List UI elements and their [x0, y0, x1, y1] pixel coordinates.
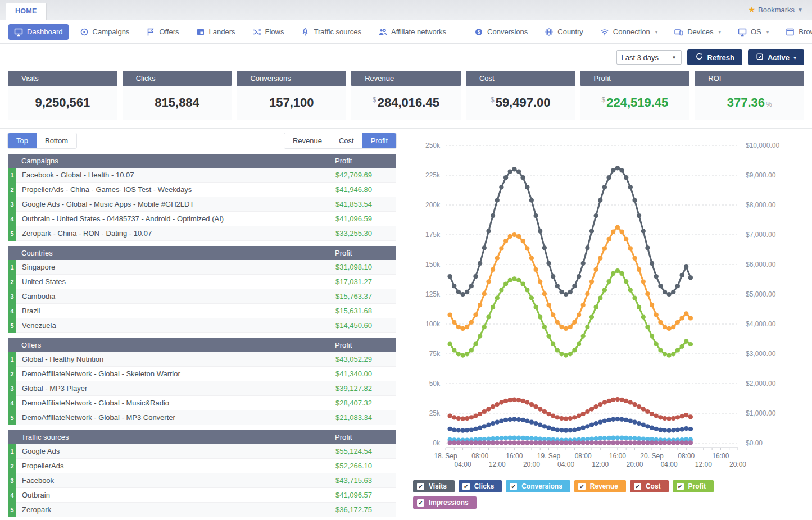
row-name[interactable]: Global - Healthy Nutrition: [16, 352, 328, 367]
table-row[interactable]: 1Google Ads$55,124.54: [8, 444, 396, 459]
nav-os[interactable]: OS ▾: [732, 24, 774, 40]
row-name[interactable]: PropellerAds - China - Games- iOS Test -…: [16, 183, 328, 197]
row-name[interactable]: Zeropark: [16, 503, 328, 517]
legend-impressions[interactable]: ✔Impressions: [413, 496, 477, 509]
profit-column-header: Profit: [328, 157, 396, 165]
nav-conversions[interactable]: $ Conversions: [469, 24, 533, 40]
svg-text:16:00: 16:00: [506, 452, 523, 460]
legend-profit[interactable]: ✔Profit: [673, 480, 714, 492]
row-profit: $21,083.34: [328, 410, 396, 425]
tab-home[interactable]: HOME: [6, 3, 47, 20]
bookmarks-menu[interactable]: ★ Bookmarks ▼: [749, 5, 804, 14]
legend-revenue[interactable]: ✔Revenue: [574, 480, 626, 492]
table-row[interactable]: 1Singapore$31,098.10: [8, 260, 396, 275]
percent-suffix: %: [766, 101, 772, 108]
nav-campaigns[interactable]: Campaigns: [74, 24, 135, 40]
svg-text:225k: 225k: [425, 171, 441, 179]
nav-dashboard[interactable]: Dashboard: [8, 24, 69, 40]
nav-label: Flows: [265, 28, 284, 36]
table-row[interactable]: 5Zeropark$36,172.75: [8, 503, 396, 517]
svg-text:$8,000.00: $8,000.00: [746, 201, 776, 209]
row-name[interactable]: Singapore: [16, 260, 328, 275]
row-name[interactable]: Outbrain - United States - 04485737 - An…: [16, 212, 328, 226]
row-name[interactable]: Google Ads: [16, 444, 328, 459]
svg-text:$7,000.00: $7,000.00: [746, 231, 776, 239]
table-row[interactable]: 3Global - MP3 Player$39,127.82: [8, 381, 396, 396]
nav-connection[interactable]: Connection ▾: [595, 24, 663, 40]
row-name[interactable]: Cambodia: [16, 289, 328, 304]
legend-clicks[interactable]: ✔Clicks: [459, 480, 502, 492]
stat-label: Cost: [466, 71, 575, 86]
row-name[interactable]: Global - MP3 Player: [16, 381, 328, 396]
table-row[interactable]: 2DemoAffiliateNetwork - Global - Skeleto…: [8, 367, 396, 381]
table-row[interactable]: 5DemoAffiliateNetwork - Global - MP3 Con…: [8, 410, 396, 425]
table-row[interactable]: 5Venezuela$14,450.60: [8, 318, 396, 333]
profit-button[interactable]: Profit: [362, 133, 396, 148]
row-profit: $41,096.59: [328, 212, 396, 226]
refresh-button[interactable]: Refresh: [687, 49, 742, 65]
row-name[interactable]: DemoAffiliateNetwork - Global - Skeleton…: [16, 367, 328, 381]
row-name[interactable]: Zeropark - China - RON - Dating - 10.07: [16, 226, 328, 241]
table-row[interactable]: 3Cambodia$15,763.37: [8, 289, 396, 304]
row-name[interactable]: Google Ads - Global - Music Apps - Mobil…: [16, 197, 328, 212]
legend-cost[interactable]: ✔Cost: [630, 480, 669, 492]
chevron-down-icon: ▾: [718, 29, 721, 35]
checkbox-icon: ✔: [417, 499, 424, 507]
row-name[interactable]: DemoAffiliateNetwork - Global - Music&Ra…: [16, 396, 328, 410]
table-row[interactable]: 4DemoAffiliateNetwork - Global - Music&R…: [8, 396, 396, 410]
cost-button[interactable]: Cost: [330, 133, 362, 148]
active-filter-button[interactable]: Active ▾: [748, 49, 804, 65]
rank-badge: 1: [8, 168, 16, 183]
bottom-button[interactable]: Bottom: [37, 133, 76, 148]
row-name[interactable]: Outbrain: [16, 488, 328, 503]
checkbox-icon: ✔: [578, 483, 586, 490]
nav-label: Traffic sources: [314, 28, 361, 36]
legend-conversions[interactable]: ✔Conversions: [506, 480, 570, 492]
row-name[interactable]: PropellerAds: [16, 459, 328, 473]
row-name[interactable]: Venezuela: [16, 318, 328, 333]
nav-landers[interactable]: Landers: [190, 24, 241, 40]
svg-text:$2,000.00: $2,000.00: [746, 380, 776, 387]
nav-devices[interactable]: Devices ▾: [669, 24, 727, 40]
table-row[interactable]: 2PropellerAds - China - Games- iOS Test …: [8, 183, 396, 197]
top-button[interactable]: Top: [8, 133, 37, 148]
table-row[interactable]: 5Zeropark - China - RON - Dating - 10.07…: [8, 226, 396, 241]
checkbox-icon: [756, 53, 764, 62]
table-row[interactable]: 4Brazil$15,631.68: [8, 304, 396, 318]
svg-text:04:00: 04:00: [455, 460, 471, 468]
stat-card-roi: ROI 377.36%: [695, 71, 804, 120]
row-name[interactable]: Facebook: [16, 473, 328, 488]
row-name[interactable]: Facebook - Global - Health - 10.07: [16, 168, 328, 183]
nav-flows[interactable]: Flows: [247, 24, 290, 40]
row-name[interactable]: United States: [16, 275, 328, 289]
date-range-select[interactable]: Last 3 days ▼: [616, 50, 682, 65]
row-name[interactable]: DemoAffiliateNetwork - Global - MP3 Conv…: [16, 410, 328, 425]
nav-affiliate-networks[interactable]: Affiliate networks: [373, 24, 452, 40]
table-row[interactable]: 3Google Ads - Global - Music Apps - Mobi…: [8, 197, 396, 212]
nav-traffic-sources[interactable]: Traffic sources: [295, 24, 367, 40]
svg-text:75k: 75k: [429, 350, 441, 358]
stat-label: ROI: [695, 71, 804, 86]
legend-label: Revenue: [590, 482, 618, 490]
nav-country[interactable]: Country: [539, 24, 589, 40]
users-icon: [378, 28, 387, 37]
rank-badge: 2: [8, 275, 16, 289]
nav-browsers[interactable]: Browsers ▾: [780, 24, 812, 40]
svg-text:50k: 50k: [429, 380, 441, 387]
table-row[interactable]: 4Outbrain - United States - 04485737 - A…: [8, 212, 396, 226]
table-row[interactable]: 2United States$17,031.27: [8, 275, 396, 289]
row-profit: $42,709.69: [328, 168, 396, 183]
nav-offers[interactable]: Offers: [140, 24, 184, 40]
chart-legend: ✔Visits ✔Clicks ✔Conversions ✔Revenue ✔C…: [413, 480, 773, 509]
revenue-button[interactable]: Revenue: [284, 133, 330, 148]
table-row[interactable]: 1Global - Healthy Nutrition$43,052.29: [8, 352, 396, 367]
table-row[interactable]: 2PropellerAds$52,266.10: [8, 459, 396, 473]
rank-badge: 1: [8, 260, 16, 275]
table-row[interactable]: 1Facebook - Global - Health - 10.07$42,7…: [8, 168, 396, 183]
legend-label: Conversions: [521, 482, 562, 490]
row-name[interactable]: Brazil: [16, 304, 328, 318]
table-row[interactable]: 4Outbrain$41,096.57: [8, 488, 396, 503]
legend-visits[interactable]: ✔Visits: [413, 480, 455, 492]
table-row[interactable]: 3Facebook$43,715.63: [8, 473, 396, 488]
rank-badge: 4: [8, 488, 16, 503]
